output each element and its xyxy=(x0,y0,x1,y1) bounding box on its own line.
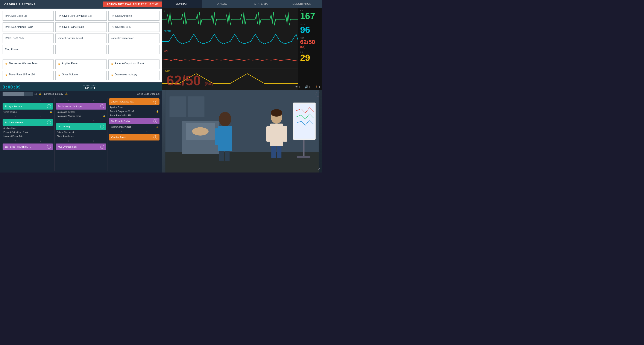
action-btn-5[interactable]: RN STARTS CPR xyxy=(108,22,160,32)
action-item-dec-inotropy: Decreases Inotropy xyxy=(56,110,106,114)
state-label-2c: 2c: Cooling xyxy=(58,125,70,128)
vital-art: ART 62/50 (54) xyxy=(300,37,320,49)
info-icon-2a[interactable]: i xyxy=(100,104,104,108)
tab-dialog[interactable]: DIALOG xyxy=(202,0,242,8)
svg-rect-13 xyxy=(225,151,230,161)
info-icon-3c[interactable]: i xyxy=(47,145,51,149)
info-icon-1b[interactable]: i xyxy=(47,104,51,108)
state-label-3c: 3c: Paced - Marginally ... xyxy=(5,145,31,148)
person-val: 1 xyxy=(319,85,320,89)
action-btn-11[interactable] xyxy=(108,45,160,54)
chevron-row-m2: ∨ ∨ xyxy=(56,139,106,143)
scene-expand-btn[interactable]: ⤢ xyxy=(318,167,320,171)
chevron-row-cardiac: ∨ ∨ xyxy=(109,129,160,133)
info-icon-2aepi[interactable]: i xyxy=(154,100,157,104)
state-box-m2[interactable]: M2: Oversedation i xyxy=(56,144,106,150)
divider-1 xyxy=(54,98,54,171)
state-flow: ∨ ∨ 1b: Hypotension i Gives Volume 🔒 ∨ ∨ xyxy=(0,97,162,171)
svg-rect-16 xyxy=(270,124,283,146)
scene-background xyxy=(162,90,322,173)
info-icon-2c[interactable]: i xyxy=(100,125,104,128)
trigger-btn-1[interactable]: ★ Applies Pacer xyxy=(56,60,106,69)
bp-sub-value: (54) xyxy=(204,81,213,86)
tab-state-map[interactable]: STATE MAP xyxy=(242,0,282,8)
lock-gives-volume: 🔒 xyxy=(50,111,52,113)
action-btn-2[interactable]: RN Gives Atropine xyxy=(108,11,160,21)
trigger-btn-0[interactable]: ★ Decreases Warmer Temp xyxy=(2,60,54,69)
action-btn-4[interactable]: RN Gives Saline Bolus xyxy=(56,22,106,32)
scene-info-btn[interactable]: i xyxy=(316,92,320,97)
svg-rect-10 xyxy=(215,128,219,145)
svg-rect-11 xyxy=(228,128,232,145)
eye-val: 1 xyxy=(299,85,300,89)
trigger-label-3: Pacer Rate 165 to 190 xyxy=(9,73,35,76)
action-text-applies-pacer-3: Applies Pacer xyxy=(110,106,123,109)
action-item-gives-amio: Gives Amiodarone xyxy=(56,135,106,138)
tab-monitor[interactable]: MONITOR xyxy=(162,0,202,8)
state-box-cardiac-arrest[interactable]: Cardiac Arrest i xyxy=(109,134,160,141)
waveform-svg-map xyxy=(162,49,298,69)
state-box-2c[interactable]: 2c: Cooling i xyxy=(56,123,106,130)
trigger-label-2: Pacer A Output >= 12 mA xyxy=(115,62,144,65)
action-btn-6[interactable]: RN STOPS CPR xyxy=(2,34,54,43)
info-icon-2b[interactable]: i xyxy=(47,121,51,124)
timer-bar: 3:00:09 ACTIVE STATE 1a: JET xyxy=(0,83,162,91)
info-icon-cardiac-arrest[interactable]: i xyxy=(154,135,157,139)
state-box-3c[interactable]: 3c: Paced - Marginally ... i xyxy=(2,144,53,150)
state-label-2a: 2a: Increased Inotrope xyxy=(58,105,82,108)
trigger-btn-5[interactable]: ★ Decreases Inotropy xyxy=(108,71,160,80)
action-btn-9[interactable]: Ring Phone xyxy=(2,45,54,54)
action-btn-0[interactable]: RN Gives Code Epi xyxy=(2,11,54,21)
action-not-available-btn[interactable]: ACTION NOT AVAILABLE AT THIS TIME xyxy=(103,2,162,7)
bp-big-value: 62/50 xyxy=(166,73,201,88)
art-value: 62/50 xyxy=(300,39,320,45)
progress-num: 18 xyxy=(34,93,37,95)
action-text-cardiac-arrest: Patient Cardiac Arrest xyxy=(110,126,131,128)
triggers-grid: ★ Decreases Warmer Temp ★ Applies Pacer … xyxy=(2,60,160,80)
sound-icon: 🔊 xyxy=(305,85,308,89)
scene-svg xyxy=(162,90,322,173)
progress-bar-fill xyxy=(2,92,24,96)
svg-point-8 xyxy=(219,112,232,126)
tab-description[interactable]: DESCRIPTION xyxy=(282,0,322,8)
action-btn-8[interactable]: Patient Oversedated xyxy=(108,34,160,43)
waveform-svg-pleth xyxy=(162,29,298,49)
state-label-m2: M2: Oversedation xyxy=(58,145,77,148)
action-text-dec-inotropy: Decreases Inotropy xyxy=(57,111,75,113)
svg-rect-19 xyxy=(271,146,276,158)
action-item-applies-pacer: Applies Pacer xyxy=(2,127,53,130)
state-box-3b[interactable]: 3b: Paced - Stable i xyxy=(109,118,160,124)
svg-rect-20 xyxy=(277,146,282,158)
state-col-2: ∨ ∨ 2a: Increased Inotrope i Decreases I… xyxy=(55,98,107,171)
action-text-applies-pacer: Applies Pacer xyxy=(4,127,17,129)
action-text-dec-warmer: Decreases Warmer Temp xyxy=(57,115,81,117)
trigger-btn-2[interactable]: ★ Pacer A Output >= 12 mA xyxy=(108,60,160,69)
lock-icon-2: 🔒 xyxy=(65,92,68,95)
trigger-btn-4[interactable]: ★ Gives Volume xyxy=(56,71,106,80)
trigger-btn-3[interactable]: ★ Pacer Rate 165 to 190 xyxy=(2,71,54,80)
state-box-2aepi[interactable]: 2aEPI: Increased Iotr... i xyxy=(109,98,160,105)
eye-icon: 👁 xyxy=(296,85,298,89)
progress-label: Increases Inotropy xyxy=(44,93,63,95)
action-btn-10[interactable] xyxy=(56,45,106,54)
action-btn-7[interactable]: Patient Cardiac Arrest xyxy=(56,34,106,43)
action-btn-1[interactable]: RN Gives Ultra Low Dose Epi xyxy=(56,11,106,21)
art-mean: (54) xyxy=(300,45,320,49)
sound-val: 1 xyxy=(309,85,310,89)
rr-value: 29 xyxy=(300,53,320,62)
spo2-value: 96 xyxy=(300,25,320,34)
info-icon-m2[interactable]: i xyxy=(100,145,104,149)
triggers-section: ★ Decreases Warmer Temp ★ Applies Pacer … xyxy=(0,57,162,83)
svg-rect-12 xyxy=(220,151,224,161)
monitor-icons: 👁 1 🔊 1 🚶 1 xyxy=(296,85,320,89)
state-box-2b[interactable]: 2b: Gave Volume i xyxy=(2,119,53,126)
trigger-label-5: Decreases Inotropy xyxy=(115,73,137,76)
action-item-gives-volume: Gives Volume 🔒 xyxy=(2,110,53,114)
info-icon-3b[interactable]: i xyxy=(154,119,157,123)
state-box-2a[interactable]: 2a: Increased Inotrope i xyxy=(56,103,106,110)
chevron-row-2b: ∨ ∨ xyxy=(2,115,53,118)
action-item-pacer-output-3: Pacer A Output >= 12 mA 🔒 xyxy=(109,110,160,113)
scene-area: i ⤢ xyxy=(162,90,322,173)
action-btn-3[interactable]: RN Gives Albumin Bolus xyxy=(2,22,54,32)
state-box-1b[interactable]: 1b: Hypotension i xyxy=(2,103,53,110)
